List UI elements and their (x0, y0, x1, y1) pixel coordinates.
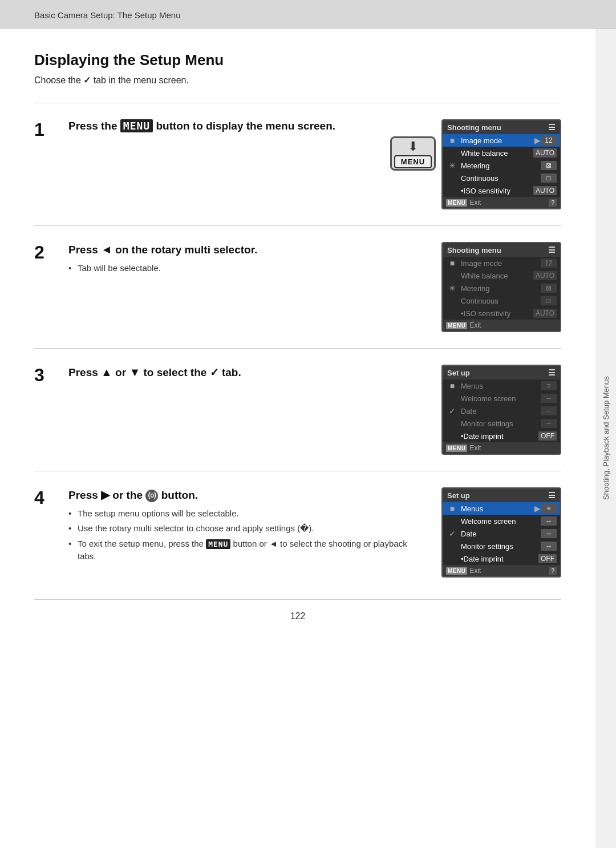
step-2-number: 2 (34, 243, 55, 261)
cam-icon-wrench: ✳ (446, 161, 459, 170)
cam-row2-iso: •ISO sensitivity AUTO (443, 307, 560, 320)
cam-screen1-title: Shooting menu ☰ (443, 120, 560, 134)
step-4-number: 4 (34, 488, 55, 507)
arrow-left-step2: ◄ (101, 243, 112, 256)
cam-screen2-menu-icon: ☰ (548, 245, 556, 255)
cam-footer4-help: ? (549, 567, 557, 575)
step-2-bullets: Tab will be selectable. (68, 262, 428, 274)
cam-label-metering: Metering (459, 161, 541, 170)
step-4-images: Set up ☰ ■ Menus ▶ ≡ Welcome screen -- (441, 487, 561, 578)
cam-row2-continuous: Continuous □ (443, 294, 560, 307)
cam-footer-exit: Exit (469, 199, 481, 207)
cam-label2-iso: •ISO sensitivity (459, 309, 533, 318)
menu-button-graphic: ⬇ MENU (390, 136, 436, 171)
cam-value2-wb: AUTO (533, 271, 557, 280)
cam-label3-date: Date (459, 407, 541, 415)
step-2-body: Press ◄ on the rotary multi selector. Ta… (68, 242, 428, 277)
step-3-images: Set up ☰ ■ Menus ≡ Welcome screen -- (441, 365, 561, 455)
step-4-bullet-3: To exit the setup menu, press the MENU b… (68, 538, 428, 563)
arrow-down-step3: ▼ (129, 366, 140, 378)
cam-label2-image-mode: Image mode (459, 259, 541, 268)
cam-label4-dateimprint: •Date imprint (459, 555, 538, 563)
cam-footer-step3: MENU Exit (443, 442, 560, 454)
ok-button-icon-step4: ⒪ (145, 490, 158, 502)
cam-label-continuous: Continuous (459, 174, 541, 183)
cam-footer2-menu-key: MENU (446, 322, 467, 329)
cam-label4-menus: Menus (459, 504, 534, 513)
cam-row3-dateimprint: •Date imprint OFF (443, 430, 560, 442)
cam-value2-image-mode: 12 (541, 259, 557, 268)
cam-label3-dateimprint: •Date imprint (459, 432, 538, 441)
cam-label2-metering: Metering (459, 284, 541, 293)
cam-icon4-wrench: ✓ (446, 529, 459, 538)
cam-row4-menus: ■ Menus ▶ ≡ (443, 502, 560, 515)
cam-icon2-wrench: ✳ (446, 284, 459, 293)
cam-value-continuous: □ (541, 173, 557, 183)
cam-value4-monitor: -- (541, 542, 557, 551)
step-4-bullet-2: Use the rotary multi selector to choose … (68, 522, 428, 535)
cam-label4-date: Date (459, 530, 541, 538)
step-3-heading: Press ▲ or ▼ to select the ✓ tab. (68, 365, 428, 380)
cam-value4-welcome: -- (541, 516, 557, 526)
cam-value-image-mode: 12 (541, 136, 557, 145)
cam-footer3-menu-key: MENU (446, 445, 467, 452)
arrow-right-step4: ▶ (101, 488, 110, 501)
cam-value3-monitor: -- (541, 419, 557, 428)
cam-value3-welcome: -- (541, 394, 557, 403)
cam-label-white-balance: White balance (459, 149, 533, 158)
sidebar-label: Shooting, Playback and Setup Menus (595, 29, 616, 848)
cam-icon3-wrench: ✓ (446, 406, 459, 415)
cam-screen-step2: Shooting menu ☰ ■ Image mode 12 White ba… (441, 242, 561, 332)
cam-row3-welcome: Welcome screen -- (443, 392, 560, 405)
cam-value2-metering: ⊠ (541, 284, 557, 293)
step-1-number: 1 (34, 120, 55, 139)
cam-value3-date: -- (541, 406, 557, 415)
cam-footer2-exit: Exit (469, 321, 481, 329)
cam-row3-date: ✓ Date -- (443, 405, 560, 417)
cam-icon3-camera: ■ (446, 381, 459, 390)
cam-row-white-balance: White balance AUTO (443, 147, 560, 159)
cam-arrow-step1: ▶ (534, 136, 541, 145)
step-4-body: Press ▶ or the ⒪ button. The setup menu … (68, 487, 428, 566)
cam-value3-dateimprint: OFF (538, 431, 557, 441)
cam-screen3-title-label: Set up (447, 369, 470, 377)
step-1: 1 Press the MENU button to display the m… (34, 103, 561, 225)
cam-value4-date: -- (541, 529, 557, 538)
main-content: Displaying the Setup Menu Choose the ✓ t… (0, 29, 595, 848)
cam-value3-menus: ≡ (541, 381, 557, 390)
menu-label: MENU (394, 155, 432, 168)
cam-label3-welcome: Welcome screen (459, 394, 541, 403)
cam-value-metering: ⊠ (541, 161, 557, 170)
top-bar-text: Basic Camera Setup: The Setup Menu (34, 10, 181, 20)
cam-value2-iso: AUTO (533, 309, 557, 318)
cam-row2-image-mode: ■ Image mode 12 (443, 257, 560, 269)
cam-screen4-title-label: Set up (447, 491, 470, 500)
cam-row3-menus: ■ Menus ≡ (443, 379, 560, 392)
intro-text: Choose the ✓ tab in the menu screen. (34, 75, 561, 86)
cam-screen-step1: Shooting menu ☰ ■ Image mode ▶ 12 White … (441, 119, 561, 209)
cam-row-continuous: Continuous □ (443, 172, 560, 184)
cam-label4-monitor: Monitor settings (459, 542, 541, 551)
step-1-heading: Press the MENU button to display the men… (68, 119, 376, 134)
cam-label-image-mode: Image mode (459, 136, 534, 145)
cam-screen3-title: Set up ☰ (443, 366, 560, 379)
cam-value-wb: AUTO (533, 148, 557, 158)
cam-value4-dateimprint: OFF (538, 554, 557, 563)
step-2-heading: Press ◄ on the rotary multi selector. (68, 242, 428, 257)
cam-label2-continuous: Continuous (459, 297, 541, 305)
cam-row-metering: ✳ Metering ⊠ (443, 159, 560, 172)
step-2-bullet-1: Tab will be selectable. (68, 262, 428, 274)
cam-footer4-exit: Exit (469, 567, 481, 575)
menu-key-step4: MENU (206, 539, 230, 549)
page-number: 122 (34, 599, 561, 631)
cam-row3-monitor: Monitor settings -- (443, 417, 560, 430)
cam-label2-white-balance: White balance (459, 272, 533, 280)
step-4: 4 Press ▶ or the ⒪ button. The setup men… (34, 471, 561, 593)
cam-row4-welcome: Welcome screen -- (443, 515, 560, 527)
cam-icon4-camera: ■ (446, 504, 459, 513)
cam-row4-dateimprint: •Date imprint OFF (443, 552, 560, 565)
cam-screen1-title-label: Shooting menu (447, 123, 501, 132)
step-4-heading: Press ▶ or the ⒪ button. (68, 487, 428, 503)
cam-icon2-camera: ■ (446, 259, 459, 268)
cam-screen4-title: Set up ☰ (443, 488, 560, 502)
